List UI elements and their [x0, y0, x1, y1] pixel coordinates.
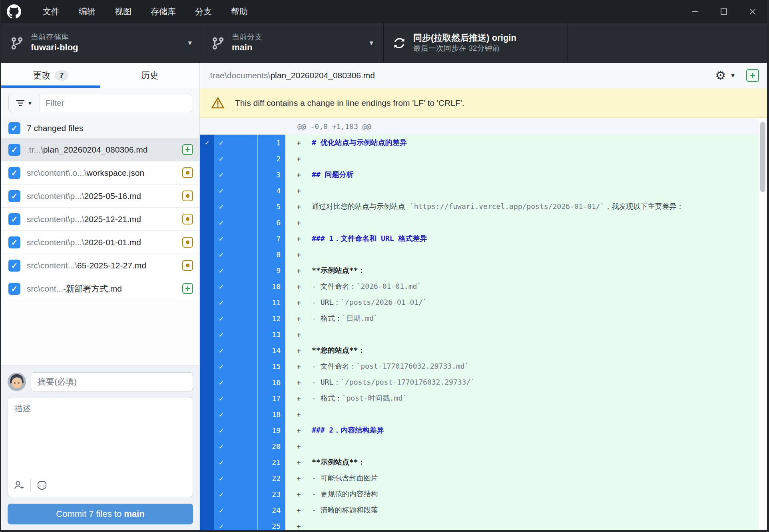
file-row[interactable]: ✓src\content\p...\2025-05-16.md [1, 185, 199, 208]
menu-item-view[interactable]: 视图 [105, 0, 141, 23]
add-coauthor-button[interactable] [14, 480, 25, 490]
line-include-checkbox[interactable]: ✓ [214, 326, 257, 342]
file-checkbox[interactable]: ✓ [8, 190, 20, 202]
hunk-select-strip[interactable] [200, 246, 214, 262]
line-include-checkbox[interactable]: ✓ [214, 358, 257, 374]
copilot-icon[interactable] [36, 480, 48, 490]
line-include-checkbox[interactable]: ✓ [214, 422, 257, 438]
menu-item-edit[interactable]: 编辑 [69, 0, 105, 23]
line-include-checkbox[interactable]: ✓ [214, 294, 257, 310]
hunk-select-strip[interactable] [200, 358, 214, 374]
filter-options-button[interactable]: ▼ [8, 94, 40, 112]
line-include-checkbox[interactable]: ✓ [214, 390, 257, 406]
expand-diff-button[interactable]: + [746, 69, 759, 82]
file-checkbox[interactable]: ✓ [8, 213, 20, 225]
hunk-select-strip[interactable] [200, 262, 214, 278]
added-line-marker: + [285, 490, 299, 498]
line-include-checkbox[interactable]: ✓ [214, 214, 257, 230]
commit-summary-input[interactable] [31, 372, 193, 391]
diff-options-button[interactable]: ⚙ ▼ [715, 69, 736, 81]
line-include-checkbox[interactable]: ✓ [214, 199, 257, 214]
file-row[interactable]: ✓.tr...\plan_20260204_080306.md+ [1, 138, 199, 161]
hunk-select-strip[interactable] [200, 518, 214, 530]
diff-line: ✓6+ [200, 214, 759, 230]
line-include-checkbox[interactable]: ✓ [214, 374, 257, 390]
commit-button[interactable]: Commit 7 files to main [8, 504, 193, 524]
line-include-checkbox[interactable]: ✓ [214, 262, 257, 278]
line-number: 13 [257, 326, 285, 342]
added-line-marker: + [285, 458, 299, 466]
hunk-select-strip[interactable] [200, 502, 214, 518]
file-checkbox[interactable]: ✓ [8, 236, 20, 248]
line-include-checkbox[interactable]: ✓ [214, 454, 257, 470]
close-button[interactable] [738, 0, 767, 23]
hunk-select-strip[interactable] [200, 167, 214, 183]
hunk-select-strip[interactable] [200, 486, 214, 502]
line-include-checkbox[interactable]: ✓ [214, 438, 257, 454]
line-include-checkbox[interactable]: ✓ [214, 230, 257, 246]
line-include-checkbox[interactable]: ✓ [214, 518, 257, 530]
line-include-checkbox[interactable]: ✓ [214, 486, 257, 502]
menu-item-file[interactable]: 文件 [33, 0, 69, 23]
menu-item-repository[interactable]: 存储库 [141, 0, 185, 23]
file-row[interactable]: ✓src\content...\65-2025-12-27.md [1, 254, 199, 277]
line-include-checkbox[interactable]: ✓ [214, 502, 257, 518]
file-row[interactable]: ✓src\content\p...\2026-01-01.md [1, 231, 199, 254]
hunk-select-strip[interactable] [200, 326, 214, 342]
hunk-select-strip[interactable] [200, 374, 214, 390]
diff-scrollbar-track[interactable] [759, 118, 767, 530]
hunk-select-strip[interactable] [200, 214, 214, 230]
hunk-select-checkbox[interactable]: ✓ [200, 135, 214, 151]
menu-item-help[interactable]: 帮助 [221, 0, 257, 23]
diff-scrollbar-thumb[interactable] [760, 122, 765, 192]
sync-button[interactable]: 同步(拉取然后推送) origin 最后一次同步在 32分钟前 [384, 23, 568, 63]
line-include-checkbox[interactable]: ✓ [214, 183, 257, 199]
hunk-select-strip[interactable] [200, 310, 214, 326]
hunk-select-strip[interactable] [200, 438, 214, 454]
file-row[interactable]: ✓src\content\p...\2025-12-21.md [1, 208, 199, 231]
changed-file-list: ✓.tr...\plan_20260204_080306.md+✓src\con… [1, 138, 199, 300]
hunk-select-strip[interactable] [200, 470, 214, 486]
hunk-select-strip[interactable] [200, 151, 214, 167]
file-checkbox[interactable]: ✓ [8, 144, 20, 156]
current-branch-button[interactable]: 当前分支 main ▼ [202, 23, 384, 63]
line-include-checkbox[interactable]: ✓ [214, 342, 257, 358]
line-include-checkbox[interactable]: ✓ [214, 310, 257, 326]
line-include-checkbox[interactable]: ✓ [214, 406, 257, 422]
file-checkbox[interactable]: ✓ [8, 260, 20, 272]
hunk-select-strip[interactable] [200, 183, 214, 199]
hunk-select-strip[interactable] [200, 199, 214, 214]
file-checkbox[interactable]: ✓ [8, 283, 20, 295]
line-include-checkbox[interactable]: ✓ [214, 246, 257, 262]
commit-description-input[interactable] [8, 397, 193, 474]
select-all-checkbox[interactable]: ✓ [8, 122, 20, 134]
maximize-button[interactable] [709, 0, 738, 23]
line-number: 22 [257, 470, 285, 486]
hunk-select-strip[interactable] [200, 422, 214, 438]
line-include-checkbox[interactable]: ✓ [214, 135, 257, 151]
line-include-checkbox[interactable]: ✓ [214, 278, 257, 294]
hunk-select-strip[interactable] [200, 342, 214, 358]
file-checkbox[interactable]: ✓ [8, 167, 20, 179]
tab-history[interactable]: 历史 [100, 63, 199, 88]
filter-input[interactable] [40, 94, 192, 112]
hunk-select-strip[interactable] [200, 294, 214, 310]
chevron-down-icon: ▼ [730, 72, 736, 79]
minimize-button[interactable] [681, 0, 709, 23]
hunk-header-text: @@ -0,0 +1,103 @@ [200, 122, 371, 131]
menu-item-branch[interactable]: 分支 [185, 0, 221, 23]
current-repository-button[interactable]: 当前存储库 fuwari-blog ▼ [1, 23, 202, 63]
line-include-checkbox[interactable]: ✓ [214, 470, 257, 486]
line-include-checkbox[interactable]: ✓ [214, 151, 257, 167]
diff-line: ✓7+### 1．文件命名和 URL 格式差异 [200, 230, 759, 246]
file-row[interactable]: ✓src\cont...-新部署方式.md+ [1, 277, 199, 300]
tab-changes[interactable]: 更改 7 [1, 63, 100, 88]
hunk-select-strip[interactable] [200, 406, 214, 422]
hunk-select-strip[interactable] [200, 230, 214, 246]
file-row[interactable]: ✓src\content\.o...\workspace.json [1, 161, 199, 185]
hunk-select-strip[interactable] [200, 278, 214, 294]
line-include-checkbox[interactable]: ✓ [214, 167, 257, 183]
hunk-select-strip[interactable] [200, 454, 214, 470]
hunk-select-strip[interactable] [200, 390, 214, 406]
line-content: + [285, 183, 759, 199]
